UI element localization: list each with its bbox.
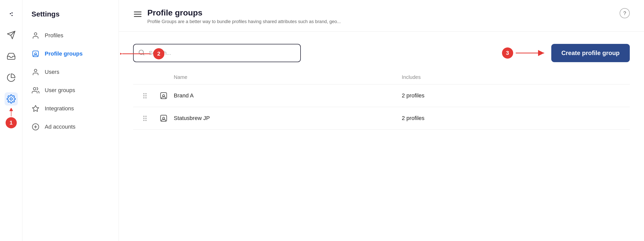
create-profile-group-button[interactable]: Create profile group bbox=[551, 44, 630, 62]
col-name: Name bbox=[174, 74, 402, 80]
svg-point-7 bbox=[34, 69, 37, 72]
col-includes: Includes bbox=[402, 74, 630, 80]
row-name: Brand A bbox=[174, 92, 402, 99]
settings-icon[interactable]: 1 bbox=[5, 92, 18, 106]
drag-dot bbox=[143, 97, 145, 98]
drag-dot bbox=[143, 93, 145, 94]
table-header: Name Includes bbox=[133, 74, 630, 84]
help-icon[interactable]: ? bbox=[620, 8, 630, 18]
content-area: 3 Create profile group Name I bbox=[119, 32, 644, 241]
integrations-icon bbox=[32, 105, 40, 113]
drag-dot bbox=[145, 120, 147, 121]
svg-point-8 bbox=[33, 88, 36, 90]
action-row: 3 Create profile group bbox=[133, 44, 630, 62]
ad-accounts-icon bbox=[32, 123, 40, 131]
svg-line-17 bbox=[143, 54, 144, 55]
analytics-icon[interactable] bbox=[5, 71, 18, 84]
header-left: Profile groups Profile Groups are a bett… bbox=[133, 8, 341, 24]
drag-handle[interactable] bbox=[133, 116, 153, 121]
menu-icon[interactable] bbox=[133, 10, 142, 20]
table-row[interactable]: Brand A 2 profiles bbox=[133, 84, 630, 107]
drag-dot bbox=[145, 95, 147, 96]
page-title: Profile groups bbox=[147, 8, 341, 18]
sidebar-item-profile-groups[interactable]: Profile groups 2 bbox=[22, 45, 119, 63]
main-header: Profile groups Profile Groups are a bett… bbox=[119, 0, 644, 32]
sidebar-label-profile-groups: Profile groups bbox=[45, 50, 83, 57]
row-profile-icon bbox=[153, 92, 174, 100]
sidebar-item-ad-accounts[interactable]: Ad accounts bbox=[22, 118, 119, 136]
inbox-icon[interactable] bbox=[5, 50, 18, 63]
drag-dot bbox=[143, 95, 145, 96]
profile-icon bbox=[32, 31, 40, 40]
page-subtitle: Profile Groups are a better way to bundl… bbox=[147, 19, 341, 24]
drag-dot bbox=[145, 93, 147, 94]
search-wrapper bbox=[133, 44, 301, 62]
drag-dot bbox=[145, 118, 147, 119]
svg-point-4 bbox=[34, 33, 37, 35]
row-includes: 2 profiles bbox=[402, 92, 630, 99]
sidebar-item-profiles[interactable]: Profiles bbox=[22, 26, 119, 45]
main-content: Profile groups Profile Groups are a bett… bbox=[119, 0, 644, 241]
row-includes: 2 profiles bbox=[402, 115, 630, 122]
sidebar-label-users: Users bbox=[45, 69, 59, 75]
table-row[interactable]: Statusbrew JP 2 profiles bbox=[133, 107, 630, 130]
svg-point-2 bbox=[10, 98, 12, 100]
annotation-circle-1: 1 bbox=[6, 117, 17, 128]
icon-rail: ·: bbox=[0, 0, 22, 241]
drag-dot bbox=[143, 120, 145, 121]
header-title-block: Profile groups Profile Groups are a bett… bbox=[147, 8, 341, 24]
sidebar-label-profiles: Profiles bbox=[45, 32, 63, 39]
sidebar-label-user-groups: User groups bbox=[45, 87, 75, 94]
drag-dot bbox=[145, 97, 147, 98]
drag-handle[interactable] bbox=[133, 93, 153, 98]
annotation-3-group: 3 bbox=[502, 47, 546, 59]
sidebar-item-user-groups[interactable]: User groups bbox=[22, 81, 119, 99]
sidebar: Settings Profiles Profile groups bbox=[22, 0, 119, 241]
drag-dot bbox=[143, 116, 145, 117]
sidebar-item-users[interactable]: Users bbox=[22, 63, 119, 81]
profile-group-icon bbox=[32, 50, 40, 58]
annotation-1: 1 bbox=[6, 108, 17, 128]
sidebar-label-ad-accounts: Ad accounts bbox=[45, 124, 75, 130]
search-icon bbox=[138, 49, 145, 57]
user-groups-icon bbox=[32, 86, 40, 94]
drag-dot bbox=[143, 118, 145, 119]
row-name: Statusbrew JP bbox=[174, 115, 402, 122]
users-icon bbox=[32, 68, 40, 76]
logo-icon[interactable]: ·: bbox=[5, 7, 18, 20]
svg-marker-9 bbox=[33, 106, 39, 112]
annotation-circle-3: 3 bbox=[502, 47, 513, 59]
sidebar-item-integrations[interactable]: Integrations bbox=[22, 99, 119, 118]
sidebar-label-integrations: Integrations bbox=[45, 105, 74, 112]
create-btn-section: 3 Create profile group bbox=[502, 44, 630, 62]
send-icon[interactable] bbox=[5, 28, 18, 42]
row-profile-icon bbox=[153, 114, 174, 122]
search-input[interactable] bbox=[133, 44, 301, 62]
drag-dot bbox=[145, 116, 147, 117]
sidebar-title: Settings bbox=[22, 10, 119, 26]
